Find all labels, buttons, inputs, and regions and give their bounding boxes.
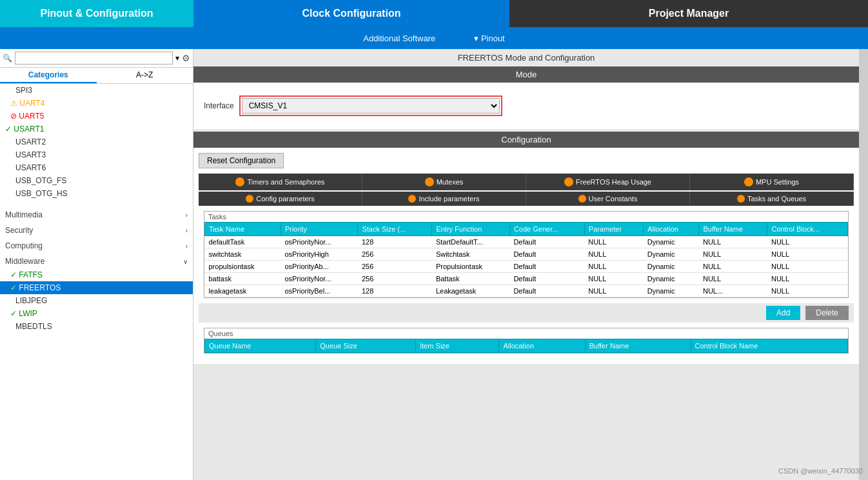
tab-categories[interactable]: Categories [0,68,97,83]
sidebar-item-usart3[interactable]: USART3 [0,148,193,161]
col-queue-alloc: Allocation [499,339,585,353]
table-row[interactable]: battaskosPriorityNor...256BattaskDefault… [205,273,848,285]
interface-select-wrapper: CMSIS_V1 CMSIS_V2 [239,95,502,116]
multimedia-label: Multimedia [5,210,43,219]
sidebar-item-usb-otg-hs[interactable]: USB_OTG_HS [0,187,193,200]
sidebar-section-multimedia[interactable]: Multimedia › [0,206,193,222]
main-layout: 🔍 ▾ ⚙ Categories A->Z SPI3 UART4 UART5 U… [0,49,868,480]
sidebar-tabs: Categories A->Z [0,68,193,84]
tab-timers-label: Timers and Semaphores [247,178,324,186]
config-header: Configuration [193,132,859,148]
sidebar-item-mbedtls[interactable]: MBEDTLS [0,320,193,333]
tasks-section: Tasks Task Name Priority Stack Size (...… [204,211,849,298]
clock-label: Clock Configuration [302,8,401,19]
mpu-settings-icon [744,177,753,186]
computing-label: Computing [5,241,43,250]
pinout-link[interactable]: Pinout [474,34,505,43]
middleware-arrow-icon: ∨ [183,258,188,265]
table-row[interactable]: switchtaskosPriorityHigh256SwitchtaskDef… [205,248,848,261]
tab-atoz[interactable]: A->Z [97,68,193,83]
tab-include-label: Include parameters [419,195,479,203]
dropdown-arrow-icon[interactable]: ▾ [175,54,179,63]
queues-section: Queues Queue Name Queue Size Item Size A… [204,328,849,354]
sidebar-item-libjpeg[interactable]: LIBJPEG [0,294,193,307]
col-entry-func: Entry Function [432,223,509,236]
sidebar-item-usart2[interactable]: USART2 [0,135,193,148]
sidebar-item-fatfs[interactable]: FATFS [0,268,193,281]
watermark: CSDN @weixin_44770030 [778,467,863,475]
col-code-gen: Code Gener... [509,223,584,236]
mode-section: Interface CMSIS_V1 CMSIS_V2 [193,83,859,129]
sidebar-item-usart1[interactable]: USART1 [0,123,193,135]
queues-table-header-row: Queue Name Queue Size Item Size Allocati… [205,339,848,353]
additional-software-link[interactable]: Additional Software [363,34,435,43]
tab-mpu-settings[interactable]: MPU Settings [690,174,854,190]
tab-user-label: User Constants [589,195,638,203]
sidebar-item-uart5[interactable]: UART5 [0,110,193,123]
col-task-name: Task Name [205,223,281,236]
tab-heap-usage[interactable]: FreeRTOS Heap Usage [526,174,690,190]
tab-timers-semaphores[interactable]: Timers and Semaphores [199,174,362,190]
scrollbar[interactable] [859,49,868,480]
tasks-table-header-row: Task Name Priority Stack Size (... Entry… [205,223,848,236]
delete-task-button[interactable]: Delete [805,306,849,320]
sidebar-item-lwip[interactable]: LWIP [0,307,193,320]
table-row[interactable]: propulsiontaskosPriorityAb...256Propulsi… [205,261,848,273]
config-params-icon [246,195,253,203]
tab-include-params[interactable]: Include parameters [362,192,526,206]
sidebar-section-middleware[interactable]: Middleware ∨ [0,253,193,268]
tab-heap-label: FreeRTOS Heap Usage [576,178,651,186]
add-task-button[interactable]: Add [766,306,800,320]
tab-mpu-label: MPU Settings [756,178,799,186]
top-nav: Pinout & Configuration Clock Configurati… [0,0,868,27]
gear-icon[interactable]: ⚙ [182,53,190,63]
user-constants-icon [578,195,586,203]
computing-arrow-icon: › [186,243,188,250]
col-allocation: Allocation [644,223,699,236]
sidebar-section-security[interactable]: Security › [0,222,193,237]
table-row[interactable]: leakagetaskosPriorityBel...128Leakagetas… [205,285,848,297]
mode-header: Mode [193,66,859,83]
sidebar-section-computing[interactable]: Computing › [0,237,193,253]
sidebar-item-usb-otg-fs[interactable]: USB_OTG_FS [0,174,193,187]
sidebar-item-freertos[interactable]: ✓ FREERTOS [0,281,193,294]
col-priority: Priority [281,223,358,236]
pinout-label: Pinout & Configuration [40,8,153,19]
sidebar-item-uart4[interactable]: UART4 [0,97,193,110]
queues-table: Queue Name Queue Size Item Size Allocati… [204,339,848,353]
multimedia-arrow-icon: › [186,212,188,219]
interface-row: Interface CMSIS_V1 CMSIS_V2 [204,95,849,116]
interface-select[interactable]: CMSIS_V1 CMSIS_V2 [242,98,500,114]
clock-tab[interactable]: Clock Configuration [193,0,509,27]
interface-label: Interface [204,101,234,110]
tasks-label-text: Tasks [208,213,226,221]
search-icon: 🔍 [3,54,12,63]
freertos-check-icon: ✓ [10,283,19,292]
sub-nav: Additional Software Pinout [0,27,868,49]
tab-row-2: Config parameters Include parameters Use… [199,192,854,206]
col-control-block: Control Block... [767,223,848,236]
sidebar-search-bar: 🔍 ▾ ⚙ [0,49,193,68]
search-input[interactable] [15,52,173,65]
col-queue-size: Queue Size [316,339,416,353]
tasks-label: Tasks [204,212,848,222]
table-row[interactable]: defaultTaskosPriorityNor...128StartDefau… [205,236,848,248]
reset-config-button[interactable]: Reset Configuration [199,153,284,168]
sidebar-item-usart6[interactable]: USART6 [0,161,193,174]
col-buffer-name: Buffer Name [699,223,767,236]
tab-config-params[interactable]: Config parameters [199,192,362,206]
tab-mutexes[interactable]: Mutexes [362,174,526,190]
main-content: FREERTOS Mode and Configuration Mode Int… [193,49,859,480]
security-arrow-icon: › [186,227,188,234]
timers-semaphores-icon [235,177,244,186]
middleware-label: Middleware [5,257,44,266]
pinout-tab[interactable]: Pinout & Configuration [0,0,193,27]
tab-user-constants[interactable]: User Constants [526,192,690,206]
project-tab[interactable]: Project Manager [509,0,868,27]
tab-tasks-queues[interactable]: Tasks and Queues [690,192,854,206]
tasks-table-body: defaultTaskosPriorityNor...128StartDefau… [205,236,848,297]
sidebar-item-spi3[interactable]: SPI3 [0,84,193,97]
col-item-size: Item Size [416,339,499,353]
include-params-icon [408,195,416,203]
tab-row-1: Timers and Semaphores Mutexes FreeRTOS H… [199,174,854,190]
